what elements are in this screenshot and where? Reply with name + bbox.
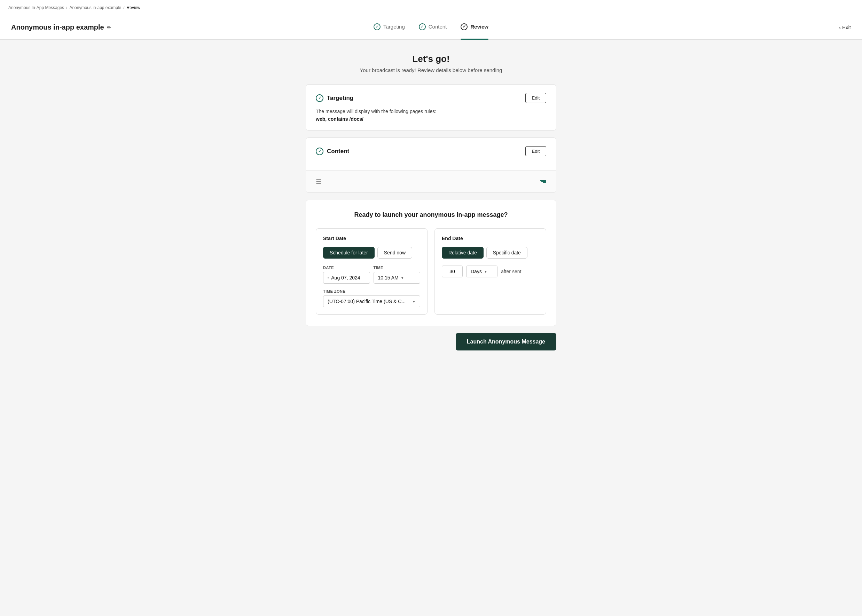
timezone-label: TIME ZONE [323, 289, 420, 293]
header-title-group: Anonymous in-app example ✏ [11, 23, 111, 31]
days-number-input[interactable] [442, 266, 463, 277]
timezone-select[interactable]: (UTC-07:00) Pacific Time (US & C... ▼ [323, 295, 420, 307]
breadcrumb-link-2[interactable]: Anonymous in-app example [69, 5, 121, 10]
timezone-field-group: TIME ZONE (UTC-07:00) Pacific Time (US &… [323, 289, 420, 307]
targeting-description: The message will display with the follow… [316, 108, 546, 114]
content-edit-button[interactable]: Edit [525, 146, 546, 156]
exit-button[interactable]: ‹ Exit [839, 24, 851, 30]
content-title-text: Content [327, 148, 349, 155]
content-card-title: ✓ Content [316, 148, 349, 155]
days-select[interactable]: Days ▼ [466, 266, 497, 277]
targeting-card-title: ✓ Targeting [316, 94, 353, 102]
targeting-check-icon: ✓ [316, 94, 323, 102]
schedule-later-button[interactable]: Schedule for later [323, 247, 374, 259]
steps-nav: ✓ Targeting ✓ Content ✓ Review [374, 23, 488, 31]
start-date-box: Start Date Schedule for later Send now D… [316, 228, 428, 314]
content-preview-area: ☰ [306, 170, 556, 192]
page-subtitle: Your broadcast is ready! Review details … [306, 67, 556, 73]
after-sent-text: after sent [501, 269, 521, 274]
step-content-label: Content [429, 24, 447, 30]
step-check-targeting: ✓ [374, 23, 381, 30]
calendar-icon: ▫ [327, 275, 329, 280]
timezone-value: (UTC-07:00) Pacific Time (US & C... [327, 299, 406, 304]
relative-date-button[interactable]: Relative date [442, 247, 484, 259]
targeting-card-header: ✓ Targeting Edit [316, 93, 546, 103]
targeting-edit-button[interactable]: Edit [525, 93, 546, 103]
end-date-toggle-group: Relative date Specific date [442, 247, 539, 259]
date-grid: Start Date Schedule for later Send now D… [316, 228, 546, 314]
title-edit-icon[interactable]: ✏ [107, 25, 111, 30]
breadcrumb-current: Review [127, 5, 140, 10]
launch-heading: Ready to launch your anonymous in-app me… [316, 211, 546, 218]
breadcrumb-bar: Anonymous In-App Messages / Anonymous in… [0, 0, 862, 15]
send-now-button[interactable]: Send now [378, 247, 412, 259]
targeting-card-section: ✓ Targeting Edit The message will displa… [306, 85, 556, 130]
timezone-chevron-icon: ▼ [412, 300, 416, 303]
step-content[interactable]: ✓ Content [419, 23, 447, 31]
header: Anonymous in-app example ✏ ✓ Targeting ✓… [0, 15, 862, 40]
stack-line-3 [543, 182, 546, 183]
launch-area: Launch Anonymous Message [306, 333, 556, 350]
date-input[interactable]: ▫ Aug 07, 2024 [323, 272, 370, 284]
targeting-title-text: Targeting [327, 95, 353, 102]
doc-icon: ☰ [316, 178, 321, 185]
date-field-group: DATE ▫ Aug 07, 2024 [323, 266, 370, 284]
breadcrumb-sep-2: / [123, 5, 124, 10]
end-date-box: End Date Relative date Specific date Day… [434, 228, 546, 314]
main-content: Let's go! Your broadcast is ready! Revie… [299, 40, 563, 378]
launch-button[interactable]: Launch Anonymous Message [456, 333, 556, 350]
step-review[interactable]: ✓ Review [461, 23, 488, 31]
content-card-header: ✓ Content Edit [316, 146, 546, 156]
specific-date-button[interactable]: Specific date [486, 247, 527, 259]
end-date-row: Days ▼ after sent [442, 266, 539, 277]
time-label: TIME [374, 266, 420, 270]
date-value: Aug 07, 2024 [331, 275, 360, 281]
time-field-group: TIME 10:15 AM ▼ [374, 266, 420, 284]
start-date-title: Start Date [323, 236, 420, 241]
breadcrumb-sep-1: / [66, 5, 67, 10]
time-value: 10:15 AM [378, 275, 399, 281]
end-date-title: End Date [442, 236, 539, 241]
content-check-icon: ✓ [316, 148, 323, 155]
page-main-title: Let's go! [306, 53, 556, 64]
step-targeting-label: Targeting [383, 24, 405, 30]
step-check-content: ✓ [419, 23, 426, 30]
days-value: Days [471, 269, 482, 274]
launch-section: Ready to launch your anonymous in-app me… [306, 200, 556, 326]
step-targeting[interactable]: ✓ Targeting [374, 23, 405, 31]
page-heading: Let's go! Your broadcast is ready! Revie… [306, 53, 556, 73]
stack-icon [540, 180, 546, 183]
targeting-rules: web, contains /docs/ [316, 116, 546, 122]
exit-chevron: ‹ [839, 24, 841, 30]
start-date-toggle-group: Schedule for later Send now [323, 247, 420, 259]
step-check-review: ✓ [461, 23, 467, 30]
targeting-card: ✓ Targeting Edit The message will displa… [306, 84, 556, 130]
time-input[interactable]: 10:15 AM ▼ [374, 272, 420, 284]
page-title: Anonymous in-app example [11, 23, 104, 31]
days-chevron-icon: ▼ [484, 270, 488, 273]
breadcrumb-link-1[interactable]: Anonymous In-App Messages [8, 5, 64, 10]
date-label: DATE [323, 266, 370, 270]
date-time-row: DATE ▫ Aug 07, 2024 TIME 10:15 AM ▼ [323, 266, 420, 284]
content-card-section: ✓ Content Edit [306, 138, 556, 170]
time-chevron-icon: ▼ [401, 276, 404, 280]
exit-label: Exit [842, 24, 851, 30]
content-card: ✓ Content Edit ☰ [306, 137, 556, 193]
step-review-label: Review [470, 24, 488, 30]
